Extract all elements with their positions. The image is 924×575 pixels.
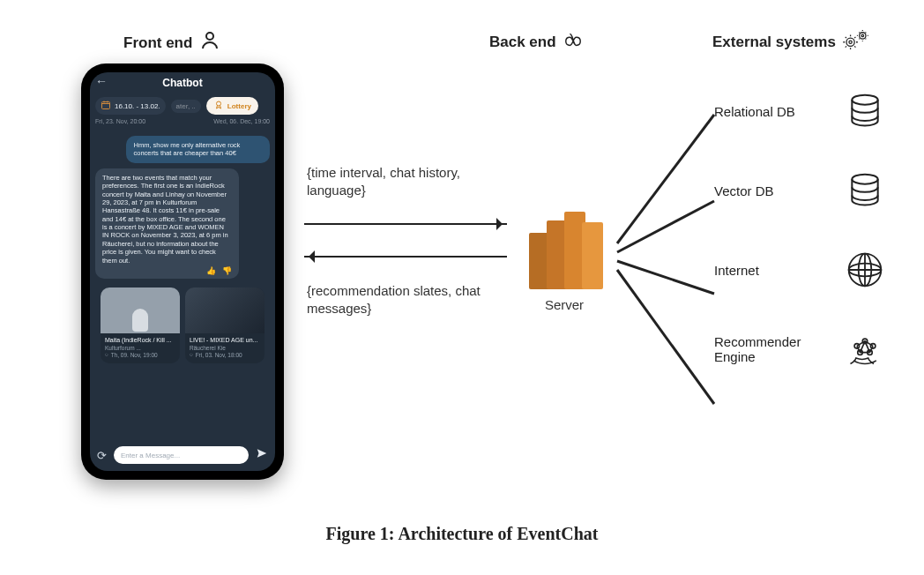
event-card-venue: Räucherei Kie xyxy=(190,345,260,352)
message-input-placeholder: Enter a Message... xyxy=(121,452,180,459)
svg-point-3 xyxy=(860,33,866,39)
truncated-chip-text: ater, .. xyxy=(176,102,196,110)
external-item-relational-db: Relational DB xyxy=(714,90,886,132)
calendar-icon xyxy=(101,100,111,112)
filter-chips-row: 16.10. - 13.02. ater, .. Lottery xyxy=(90,93,275,118)
event-card-caption: Maita (IndieRock / Kill ... Kulturforum … xyxy=(101,333,180,363)
reaction-icons[interactable]: 👍 👎 xyxy=(206,266,234,276)
date-range-chip[interactable]: 16.10. - 13.02. xyxy=(95,97,166,115)
bot-message-bubble: There are two events that match your pre… xyxy=(95,168,239,279)
svg-point-4 xyxy=(861,34,863,36)
header-frontend: Front end xyxy=(123,30,220,56)
architecture-figure: Front end Back end External systems xyxy=(0,0,924,575)
ribbon-icon xyxy=(213,100,224,112)
request-arrow xyxy=(304,223,507,225)
external-label: Internet xyxy=(714,263,826,278)
figure-caption: Figure 1: Architecture of EventChat xyxy=(0,524,924,544)
message-input[interactable]: Enter a Message... xyxy=(114,446,249,464)
request-payload-label: {time interval, chat history, language} xyxy=(307,164,501,198)
external-label: Relational DB xyxy=(714,104,826,119)
mini-meta-left: Fri, 23. Nov, 20:00 xyxy=(95,118,145,124)
external-item-internet: Internet xyxy=(714,249,886,291)
event-card-image xyxy=(185,288,265,333)
response-arrow xyxy=(304,256,507,258)
svg-point-11 xyxy=(852,95,877,105)
header-backend: Back end xyxy=(489,30,583,54)
external-label: Vector DB xyxy=(714,183,826,198)
svg-rect-5 xyxy=(102,102,110,109)
gears-icon xyxy=(843,30,869,54)
external-item-vector-db: Vector DB xyxy=(714,169,886,212)
chat-title: Chatbot xyxy=(162,77,202,89)
svg-line-9 xyxy=(617,261,714,294)
refresh-icon[interactable]: ⟳ xyxy=(97,449,107,462)
chat-scroll-area[interactable]: Hmm, show me only alternative rock conce… xyxy=(90,127,275,441)
event-card-venue: Kulturforum ... xyxy=(105,345,175,352)
phone-screen: ← Chatbot 16.10. - 13.02. ater, .. xyxy=(90,72,275,471)
fanout-lines xyxy=(608,104,723,439)
event-card-caption: LIVE! - MIXED AGE un... Räucherei Kie Fr… xyxy=(185,333,265,363)
user-message-text: Hmm, show me only alternative rock conce… xyxy=(133,141,240,157)
send-icon[interactable] xyxy=(256,447,268,463)
chat-topbar: ← Chatbot xyxy=(90,72,275,93)
truncated-chip[interactable]: ater, .. xyxy=(171,100,201,113)
svg-line-10 xyxy=(617,270,714,404)
svg-line-7 xyxy=(617,115,714,243)
event-card-image xyxy=(101,288,180,333)
event-card-time: Fri, 03. Nov, 18:00 xyxy=(190,352,260,359)
globe-icon xyxy=(844,249,886,291)
svg-point-2 xyxy=(849,41,852,43)
svg-point-1 xyxy=(846,38,854,46)
recommender-icon xyxy=(844,328,886,370)
recommendation-cards: Maita (IndieRock / Kill ... Kulturforum … xyxy=(95,284,270,365)
phone-mockup: ← Chatbot 16.10. - 13.02. ater, .. xyxy=(81,63,284,480)
event-card[interactable]: LIVE! - MIXED AGE un... Räucherei Kie Fr… xyxy=(185,288,265,363)
bot-message-text: There are two events that match your pre… xyxy=(102,174,228,265)
svg-line-8 xyxy=(617,201,714,252)
lottery-chip[interactable]: Lottery xyxy=(206,97,258,115)
mini-meta-right: Wed, 06. Dec, 19:00 xyxy=(213,118,270,124)
database-icon xyxy=(844,90,886,132)
database-icon xyxy=(844,169,886,212)
server-label: Server xyxy=(525,297,604,312)
date-range-text: 16.10. - 13.02. xyxy=(115,102,160,110)
external-systems-column: Relational DB Vector DB xyxy=(714,90,886,370)
svg-point-6 xyxy=(216,101,220,106)
header-backend-text: Back end xyxy=(489,34,556,51)
event-card-title: LIVE! - MIXED AGE un... xyxy=(190,337,260,345)
event-card[interactable]: Maita (IndieRock / Kill ... Kulturforum … xyxy=(101,288,180,363)
svg-point-0 xyxy=(206,33,213,40)
person-icon xyxy=(199,30,220,56)
event-card-title: Maita (IndieRock / Kill ... xyxy=(105,337,175,345)
header-external-text: External systems xyxy=(712,34,836,51)
back-icon[interactable]: ← xyxy=(95,74,108,88)
svg-point-12 xyxy=(852,175,877,184)
knot-icon xyxy=(563,30,583,54)
response-payload-label: {recommendation slates, chat messages} xyxy=(307,282,510,317)
external-label: Recommender Engine xyxy=(714,334,826,364)
header-frontend-text: Front end xyxy=(123,34,192,52)
external-item-recommender: Recommender Engine xyxy=(714,328,886,370)
header-external: External systems xyxy=(712,30,869,54)
chat-input-row: ⟳ Enter a Message... xyxy=(90,441,275,471)
user-message-bubble: Hmm, show me only alternative rock conce… xyxy=(126,136,270,163)
lottery-chip-text: Lottery xyxy=(227,102,251,110)
event-card-time: Th, 09. Nov, 19:00 xyxy=(105,352,175,359)
server-icon xyxy=(529,212,600,289)
server-block: Server xyxy=(525,212,604,289)
mini-meta-row: Fri, 23. Nov, 20:00 Wed, 06. Dec, 19:00 xyxy=(90,118,275,127)
